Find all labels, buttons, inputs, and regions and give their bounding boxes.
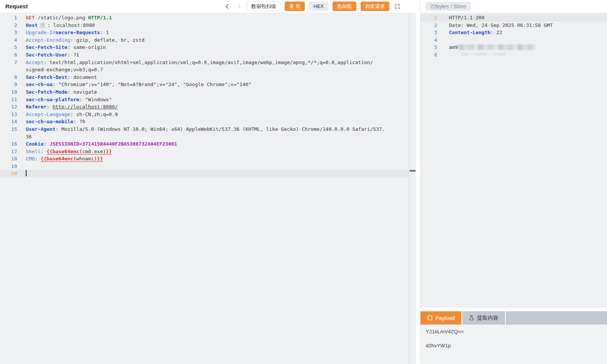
tab-extract-content[interactable]: 提取内容 xyxy=(462,311,506,325)
code-line: 5Sec-Fetch-Site:·same-origin xyxy=(0,44,409,51)
response-editor[interactable]: 1HTTP/1.1·2002Date:·Wed,·24·Sep·2025·06:… xyxy=(420,13,607,308)
line-number: 13 xyxy=(0,111,26,118)
line-number: 3 xyxy=(420,29,449,36)
request-title: Request xyxy=(5,0,28,13)
expand-icon xyxy=(394,3,400,9)
code-line: 19 xyxy=(0,163,409,170)
code-line: 14sec-ch-ua-mobile:·?0 xyxy=(0,118,409,126)
code-line: 17Shell:·{{base64enc(cmd.exe)}} xyxy=(0,148,409,155)
line-number: 3 xyxy=(0,29,26,36)
tab-payload[interactable]: Payload xyxy=(420,311,462,325)
line-number: 15 xyxy=(0,126,26,133)
line-number: 2 xyxy=(0,22,26,29)
line-number: 1 xyxy=(420,14,449,22)
redacted-content xyxy=(461,53,510,56)
nav-back-button[interactable] xyxy=(223,3,231,10)
flask-icon xyxy=(469,315,474,321)
code-line: 10Sec-Fetch-Mode:·navigate xyxy=(0,88,409,96)
chevron-left-icon xyxy=(224,4,230,9)
scrollbar-cursor-mark xyxy=(410,170,416,172)
line-number: 18 xyxy=(0,155,26,163)
request-header: Request 数据包扫描 美 化 HEX 热加载 构造请求 xyxy=(0,0,416,13)
code-line: 15User-Agent:·Mozilla/5.0·(Windows·NT·10… xyxy=(0,126,409,133)
payload-list: Y21kLmV4ZQ== d2hvYW1p xyxy=(420,325,607,364)
code-line: 5am9 xyxy=(420,44,607,51)
beautify-button[interactable]: 美 化 xyxy=(285,2,305,11)
line-number: 2 xyxy=(420,22,449,29)
code-line: 3Upgrade-Insecure-Requests:·1 xyxy=(0,29,409,36)
packet-scan-button[interactable]: 数据包扫描 xyxy=(247,2,281,11)
payload-item[interactable]: Y21kLmV4ZQ== xyxy=(420,325,607,339)
code-line: 6 xyxy=(420,51,607,59)
notebook-icon xyxy=(427,315,433,321)
code-line: 4 xyxy=(420,36,607,44)
code-line: 3Content-Length:·22 xyxy=(420,29,607,36)
line-number: 14 xyxy=(0,118,26,126)
request-toolbar: 数据包扫描 美 化 HEX 热加载 构造请求 xyxy=(223,2,401,11)
code-line: 18CMD:·{{base64enc(whoami)}} xyxy=(0,155,409,163)
line-number: 1 xyxy=(0,14,26,22)
response-header: 22bytes / 50ms xyxy=(420,0,607,13)
response-stats-badge: 22bytes / 50ms xyxy=(426,2,471,11)
response-panel: 22bytes / 50ms 1HTTP/1.1·2002Date:·Wed,·… xyxy=(420,0,607,364)
line-number: 7 xyxy=(0,59,26,66)
tab-extract-content-label: 提取内容 xyxy=(477,315,499,322)
hex-button[interactable]: HEX xyxy=(309,2,328,11)
text-cursor xyxy=(26,170,27,176)
line-number: 16 xyxy=(0,140,26,148)
payload-tabbar: Payload 提取内容 xyxy=(420,311,607,325)
tab-payload-label: Payload xyxy=(436,315,455,321)
line-number: 12 xyxy=(0,103,26,111)
packet-editor-window: Request 数据包扫描 美 化 HEX 热加载 构造请求 xyxy=(0,0,607,364)
request-editor[interactable]: 1GET·/static/logo.png·HTTP/1.12Host?:·lo… xyxy=(0,13,409,364)
code-line: 12Referer:·http://localhost:8080/ xyxy=(0,103,409,111)
build-request-button[interactable]: 构造请求 xyxy=(361,2,389,11)
line-number: 8 xyxy=(0,74,26,81)
request-editor-scrollbar[interactable] xyxy=(409,13,416,364)
line-number: 19 xyxy=(0,163,26,170)
line-number: 9 xyxy=(0,81,26,88)
line-number xyxy=(0,66,26,74)
line-number: 17 xyxy=(0,148,26,155)
line-number: 6 xyxy=(0,51,26,59)
payload-item[interactable]: d2hvYW1p xyxy=(420,339,607,353)
fullscreen-button[interactable] xyxy=(394,3,401,10)
line-number: 10 xyxy=(0,88,26,96)
line-number xyxy=(0,133,26,141)
code-line: 9sec-ch-ua:·"Chromium";v="140",·"Not=A?B… xyxy=(0,81,409,88)
line-number: 11 xyxy=(0,96,26,104)
chevron-right-icon xyxy=(236,4,242,9)
code-line: 7Accept:·text/html,application/xhtml+xml… xyxy=(0,59,409,66)
code-line: 1HTTP/1.1·200 xyxy=(420,14,607,22)
code-line: 13Accept-Language:·zh-CN,zh;q=0.9 xyxy=(0,111,409,118)
code-line: 4Accept-Encoding:·gzip,·deflate,·br,·zst… xyxy=(0,36,409,44)
line-number: 4 xyxy=(0,36,26,44)
request-panel: Request 数据包扫描 美 化 HEX 热加载 构造请求 xyxy=(0,0,416,364)
code-line: 20 xyxy=(0,170,409,177)
code-line: 36 xyxy=(0,133,409,141)
line-number: 20 xyxy=(0,170,26,177)
line-number: 5 xyxy=(420,44,449,51)
line-number: 6 xyxy=(420,51,449,59)
code-line: signed-exchange;v=b3;q=0.7 xyxy=(0,66,409,74)
line-number: 4 xyxy=(420,36,449,44)
line-number: 5 xyxy=(0,44,26,51)
code-line: 2Host?:·localhost:8080 xyxy=(0,22,409,29)
code-line: 11sec-ch-ua-platform:·"Windows" xyxy=(0,96,409,104)
code-line: 1GET·/static/logo.png·HTTP/1.1 xyxy=(0,14,409,22)
code-line: 2Date:·Wed,·24·Sep·2025·06:31:58·GMT xyxy=(420,22,607,29)
redacted-content xyxy=(458,44,536,50)
code-line: 16Cookie:·JSESSIONID=371415B4440F2BA5380… xyxy=(0,140,409,148)
hot-reload-button[interactable]: 热加载 xyxy=(333,2,356,11)
code-line: 6Sec-Fetch-User:·?1 xyxy=(0,51,409,59)
nav-forward-button[interactable] xyxy=(235,3,243,10)
code-line: 8Sec-Fetch-Dest:·document xyxy=(0,74,409,81)
